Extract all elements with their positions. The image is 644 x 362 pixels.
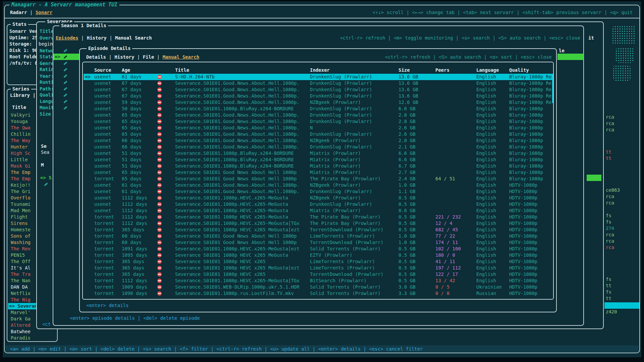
release-language: English: [476, 278, 496, 284]
release-row[interactable]: usenet65 daysSeverance.S01E01.Good.News.…: [84, 112, 552, 118]
release-row[interactable]: usenet65 daysSeverance.S01E01.Good.News.…: [84, 118, 552, 125]
release-row[interactable]: usenet65 daysSeverance.S01E01.Good.News.…: [84, 125, 552, 131]
release-quality: HDTV-1080p: [509, 188, 537, 195]
episode-footer-help: <enter> details: [86, 302, 128, 309]
release-row[interactable]: usenet51 daysSeverance.S01E01.1080p.BluR…: [84, 163, 552, 169]
release-row[interactable]: usenet61 daysSeverance.S01E01.Good.News.…: [84, 182, 552, 188]
release-row[interactable]: =>usenet61 daysS-HD.H.264-NTbDrunkenSlug…: [84, 74, 552, 80]
release-row[interactable]: torrent1112 daysSeverance S01E01 1080p H…: [84, 214, 552, 220]
release-indexer: DrunkenSlug (Prowlarr): [310, 144, 372, 150]
release-row[interactable]: torrent65 daysSeverance S01E01 Good News…: [84, 176, 552, 182]
release-source: torrent: [94, 265, 114, 271]
release-age: 51 days: [122, 157, 142, 163]
release-row[interactable]: usenet66 daysSeverance.S01E01.Good.News.…: [84, 137, 552, 144]
release-quality: Bluray-1080p: [509, 169, 543, 176]
release-row[interactable]: torrent365 daysSeverance S01E01 1080p HE…: [84, 271, 552, 278]
episode-tab-manual-search[interactable]: Manual Search: [163, 54, 200, 60]
episode-tab-history[interactable]: History: [114, 54, 134, 60]
blocked-icon: [157, 113, 162, 117]
release-title: Severance.S01E01.1080p.rus.LostFilm.TV.m…: [175, 290, 294, 297]
release-age: 1112 days: [122, 201, 147, 207]
selected-episode-row-fragment[interactable]: [557, 54, 584, 60]
release-indexer: NZBgeek (Prowlarr): [310, 195, 361, 201]
release-language: English: [476, 137, 496, 144]
episode-tab-details[interactable]: Details: [86, 54, 106, 60]
release-title: Severance.S01E01.Good.News.About.Hell.10…: [175, 182, 300, 188]
selected-episode-row-fragment[interactable]: =>: [53, 54, 79, 60]
release-row[interactable]: usenet61 daysSeverance.S01E01.Good.News.…: [84, 188, 552, 195]
release-title: Severance S01E01 1080p HEVC x265-MeGusta: [175, 214, 288, 220]
release-row[interactable]: torrent1009 daysSeverance.S01E01.WEB-DLR…: [84, 284, 552, 290]
release-row[interactable]: torrent1095 daysSeverance S01E01 1080p H…: [84, 252, 552, 258]
release-indexer: TorrentDownload (Prowlarr): [310, 227, 383, 233]
release-row[interactable]: usenet1112 daysSeverance.S01E01.1080p.HE…: [84, 195, 552, 201]
release-age: 365 days: [122, 227, 144, 233]
release-indexer: DrunkenSlug (Prowlarr): [310, 188, 372, 195]
release-size: 0.5 GB: [398, 271, 416, 278]
release-size: 0.5 GB: [398, 195, 416, 201]
monitored-icon: [63, 81, 67, 84]
blocked-icon: [157, 228, 162, 232]
release-row[interactable]: torrent365 daysSeverance S01E01 1080p HE…: [84, 265, 552, 271]
release-row[interactable]: usenet67 daysSeverance.S01E01.Good.News.…: [84, 86, 552, 93]
release-language: English: [476, 258, 496, 265]
release-row[interactable]: usenet51 daysSeverance.S01E01.1080p.BluR…: [84, 157, 552, 163]
scrollbar[interactable]: [552, 74, 554, 103]
release-row[interactable]: usenet67 daysSeverance.S01E01.Good.News.…: [84, 93, 552, 99]
release-quality: Bluray-1080p Re: [509, 93, 551, 99]
release-age: 66 days: [122, 137, 142, 144]
release-row[interactable]: usenet65 daysSeverance S01E01 Good News …: [84, 169, 552, 176]
release-quality: Bluray-1080p: [509, 163, 543, 169]
release-quality: HDTV-1080p: [509, 239, 537, 246]
episode-tab-file[interactable]: File: [143, 54, 154, 60]
release-quality: HDTV-1080p: [509, 214, 537, 220]
release-row[interactable]: usenet65 daysSeverance.S01E01.Good.News.…: [84, 131, 552, 137]
release-age: 61 days: [122, 188, 142, 195]
release-age: 50 days: [122, 106, 142, 112]
release-row[interactable]: torrent365 daysSeverance S01E01 1080p HE…: [84, 227, 552, 233]
release-row[interactable]: usenet66 daysSeverance.S01E01.Good.News.…: [84, 144, 552, 150]
blocked-icon: [157, 75, 162, 79]
release-row[interactable]: torrent60 daysSeverance S01E01 Good News…: [84, 233, 552, 239]
release-language: English: [476, 169, 496, 176]
release-age: 51 days: [122, 150, 142, 157]
release-row[interactable]: usenet51 daysSeverance.S01E01.1080p.BluR…: [84, 150, 552, 157]
release-title: Severance S01E01 Good News About Hell 10…: [175, 176, 297, 182]
release-language: English: [476, 176, 496, 182]
release-indexer: LimeTorrents (Prowlarr): [310, 258, 375, 265]
release-row[interactable]: usenet1112 daysSeverance.S01E01.1080p.HE…: [84, 207, 552, 214]
release-row[interactable]: torrent1112 daysSeverance.S01E01.1080p.H…: [84, 220, 552, 227]
release-row[interactable]: usenet59 daysSeverance.S01E01.Good.News.…: [84, 99, 552, 106]
release-source: usenet: [94, 137, 111, 144]
release-row[interactable]: usenet67 daysSeverance.S01E01.Good.News.…: [84, 80, 552, 86]
release-row[interactable]: torrent365 daysSeverance S01E01 1080p HE…: [84, 258, 552, 265]
release-language: English: [476, 220, 496, 227]
blocked-icon: [157, 132, 162, 136]
release-title: Severance.S01E01.Good.News.About.Hell.10…: [175, 188, 300, 195]
release-row[interactable]: torrent1091 daysSeverance.S01E01.1080p.H…: [84, 246, 552, 252]
release-language: English: [476, 74, 496, 80]
blocked-icon: [157, 291, 162, 296]
release-row[interactable]: usenet50 daysSeverance.S01E01.1080p.BluR…: [84, 106, 552, 112]
release-peers: 0 / 5: [435, 284, 449, 290]
release-peers: 41 / 11: [435, 258, 455, 265]
release-language: English: [476, 239, 496, 246]
release-size: 13.6 GB: [398, 86, 418, 93]
release-row[interactable]: usenet1112 daysSeverance.S01E01.1080p.HE…: [84, 201, 552, 207]
release-language: English: [476, 125, 496, 131]
release-row[interactable]: torrent1112 daysSeverance.S01E01.1080p.H…: [84, 278, 552, 284]
release-peers: 122 / 17: [435, 271, 458, 278]
blocked-icon: [157, 164, 162, 168]
episode-shortcuts: <ctrl-r> refresh | <S> auto search | <o>…: [268, 54, 552, 60]
release-quality: Bluray-1080p Re: [509, 86, 551, 93]
release-row[interactable]: torrent60 daysSeverance S01E01 Good News…: [84, 239, 552, 246]
blocked-icon: [157, 151, 162, 156]
release-row[interactable]: torrent1090 daysSeverance.S01E01.1080p.r…: [84, 290, 552, 297]
blocked-icon: [157, 247, 162, 251]
release-size: 6.6 GB: [398, 150, 416, 157]
release-source: torrent: [94, 278, 114, 284]
release-quality: Bluray-1080p: [509, 137, 543, 144]
episode-modal-title: Episode Details: [87, 45, 132, 51]
release-source: usenet: [94, 188, 111, 195]
release-quality: HDTV-1080p: [509, 227, 537, 233]
